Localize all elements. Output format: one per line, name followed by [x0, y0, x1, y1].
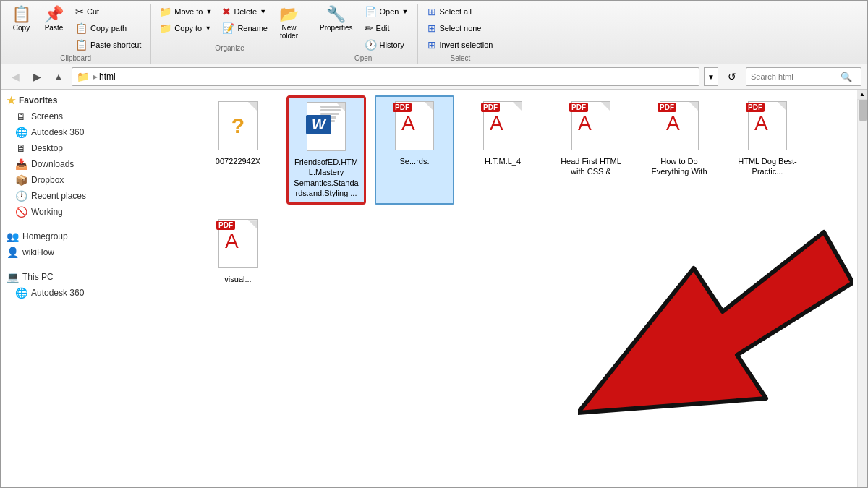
edit-label: Edit	[376, 24, 390, 33]
word-line1	[320, 106, 342, 108]
refresh-button[interactable]: ↺	[723, 67, 741, 86]
favorites-header[interactable]: ★ Favorites	[1, 93, 192, 108]
delete-button[interactable]: ✖ Delete ▼	[218, 4, 271, 20]
copy-to-dropdown-icon: ▼	[205, 25, 211, 32]
history-button[interactable]: 🕐 History	[361, 37, 412, 53]
pdf-icon-wrap-6: A PDF	[656, 101, 702, 153]
search-input[interactable]	[751, 72, 838, 81]
select-buttons: ⊞ Select all ⊞ Select none ⊞ Invert sele…	[422, 4, 498, 53]
pdf-badge-4: PDF	[481, 103, 500, 112]
pdf-icon-wrap-7: A PDF	[744, 101, 791, 153]
pdf-icon-wrap-8: A PDF	[215, 219, 261, 271]
organize-group: 📁 Move to ▼ 📁 Copy to ▼ ✖	[156, 4, 310, 53]
favorites-section: ★ Favorites 🖥 Screens 🌐 Autodesk 360 🖥 D…	[1, 93, 192, 220]
open-label-group: Open	[315, 53, 412, 64]
sidebar-item-working[interactable]: 🚫 Working	[1, 204, 192, 220]
move-to-button[interactable]: 📁 Move to ▼	[156, 4, 216, 20]
downloads-label: Downloads	[31, 159, 74, 169]
sidebar-item-desktop[interactable]: 🖥 Desktop	[1, 140, 192, 156]
sidebar-item-thispc[interactable]: 💻 This PC	[1, 269, 192, 285]
copy-path-button[interactable]: 📋 Copy path	[72, 20, 145, 36]
address-bar[interactable]: 📁 ▸ html	[72, 67, 699, 86]
paste-label: Paste	[45, 24, 64, 32]
select-all-button[interactable]: ⊞ Select all	[422, 4, 498, 20]
path-text: html	[99, 72, 116, 82]
file-friendsofed[interactable]: W FriendsofED.HTML.Mastery Semantics.Sta…	[286, 95, 366, 205]
organize-small-group2: ✖ Delete ▼ 📝 Rename	[218, 4, 271, 36]
pdf-badge-7: PDF	[746, 103, 765, 112]
red-arrow-svg	[578, 225, 853, 442]
open-group: 🔧 Properties 📄 Open ▼ ✏ Edit	[315, 4, 418, 64]
copy-path-icon: 📋	[75, 22, 88, 34]
autodesk360-label: Autodesk 360	[31, 288, 84, 298]
file-se-rds[interactable]: A PDF Se...rds.	[375, 95, 454, 205]
wikihow-icon: 👤	[7, 247, 18, 258]
delete-icon: ✖	[222, 6, 231, 17]
rename-icon: 📝	[222, 22, 234, 34]
sidebar: ★ Favorites 🖥 Screens 🌐 Autodesk 360 🖥 D…	[1, 90, 192, 487]
new-folder-icon: 📂	[279, 7, 299, 22]
autodesk-icon: 🌐	[15, 127, 27, 138]
invert-icon: ⊞	[427, 39, 436, 51]
word-badge: W	[306, 115, 331, 134]
select-group-label: Select	[422, 53, 498, 64]
autodesk360-icon: 🌐	[15, 287, 27, 299]
back-button[interactable]: ◀	[7, 68, 24, 85]
working-icon: 🚫	[15, 206, 27, 218]
sidebar-item-autodesk[interactable]: 🌐 Autodesk 360	[1, 124, 192, 140]
file-area-scrollbar[interactable]	[857, 90, 867, 487]
sidebar-item-autodesk360[interactable]: 🌐 Autodesk 360	[1, 285, 192, 301]
select-none-button[interactable]: ⊞ Select none	[422, 20, 498, 36]
paste-button[interactable]: 📌 Paste	[39, 4, 69, 35]
file-visual[interactable]: A PDF visual...	[198, 213, 278, 290]
file-htmldog[interactable]: A PDF HTML Dog Best-Practic...	[728, 95, 807, 205]
screens-label: Screens	[31, 111, 63, 121]
organize-label: Organize	[156, 43, 304, 53]
file-007222942x[interactable]: ? 007222942X	[198, 95, 278, 205]
acrobat-icon-6: A	[666, 112, 680, 135]
homegroup-label: Homegroup	[22, 231, 68, 241]
sidebar-item-homegroup[interactable]: 👥 Homegroup	[1, 228, 192, 244]
new-folder-button[interactable]: 📂 New folder	[274, 4, 304, 43]
copy-path-label: Copy path	[90, 24, 127, 33]
history-icon: 🕐	[365, 39, 377, 51]
screens-icon: 🖥	[15, 111, 27, 122]
main-area: ★ Favorites 🖥 Screens 🌐 Autodesk 360 🖥 D…	[1, 90, 867, 487]
forward-button[interactable]: ▶	[28, 68, 46, 85]
cut-button[interactable]: ✂ Cut	[72, 4, 145, 20]
file-friendsofed-name: FriendsofED.HTML.Mastery Semantics.Stand…	[293, 157, 359, 198]
scrollbar-up-btn[interactable]: ▲	[857, 90, 867, 100]
sidebar-item-screens[interactable]: 🖥 Screens	[1, 108, 192, 124]
move-to-label: Move to	[174, 7, 203, 16]
file-headfirst[interactable]: A PDF Head First HTML with CSS &	[551, 95, 631, 205]
copy-to-button[interactable]: 📁 Copy to ▼	[156, 20, 216, 36]
sidebar-item-downloads[interactable]: 📥 Downloads	[1, 156, 192, 172]
sidebar-item-dropbox[interactable]: 📦 Dropbox	[1, 172, 192, 188]
copy-to-icon: 📁	[159, 22, 171, 34]
open-button[interactable]: 📄 Open ▼	[361, 4, 412, 20]
sidebar-item-wikihow[interactable]: 👤 wikiHow	[1, 244, 192, 260]
properties-button[interactable]: 🔧 Properties	[315, 4, 358, 35]
address-dropdown[interactable]: ▼	[704, 67, 718, 86]
new-folder-label: New folder	[280, 24, 298, 40]
ribbon: 📋 Copy 📌 Paste ✂ Cut 📋	[1, 1, 867, 64]
open-label: Open	[380, 7, 399, 16]
rename-button[interactable]: 📝 Rename	[218, 20, 271, 36]
sidebar-item-recent[interactable]: 🕐 Recent places	[1, 188, 192, 204]
copy-icon: 📋	[12, 7, 31, 22]
file-html4[interactable]: A PDF H.T.M.L_4	[463, 95, 542, 205]
up-button[interactable]: ▲	[50, 68, 67, 85]
copy-button[interactable]: 📋 Copy	[7, 4, 36, 35]
file-howtodo[interactable]: A PDF How to Do Everything With	[639, 95, 719, 205]
edit-button[interactable]: ✏ Edit	[361, 20, 412, 36]
invert-selection-button[interactable]: ⊞ Invert selection	[422, 37, 498, 53]
paste-shortcut-button[interactable]: 📋 Paste shortcut	[72, 37, 145, 53]
rename-label: Rename	[237, 24, 268, 33]
properties-icon: 🔧	[326, 7, 346, 22]
edit-icon: ✏	[365, 22, 373, 34]
desktop-icon: 🖥	[15, 142, 27, 154]
file-007222942x-name: 007222942X	[216, 156, 260, 166]
scroll-up-icon: ▲	[859, 91, 865, 98]
path-separator: ▸	[93, 72, 98, 82]
clipboard-small-group: ✂ Cut 📋 Copy path 📋 Paste shortcut	[72, 4, 145, 53]
